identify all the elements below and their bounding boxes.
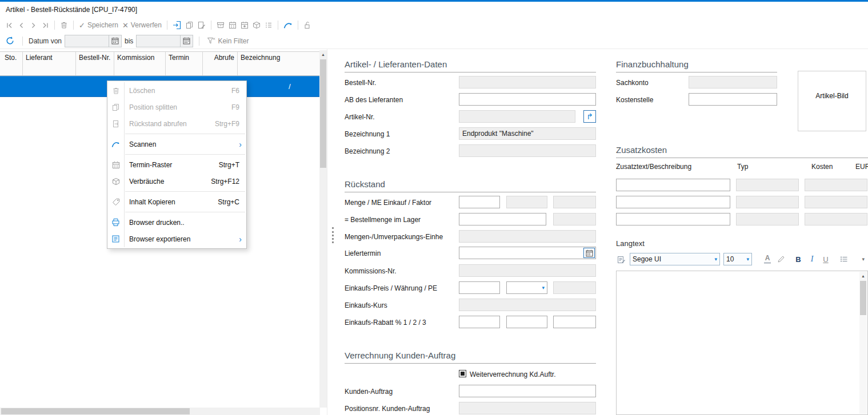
menu-item-loeschen: Löschen F6 [107, 82, 246, 99]
date-to-input[interactable] [136, 35, 181, 47]
font-size-select[interactable]: 10▾ [723, 253, 752, 265]
grid-col-sto[interactable]: Sto. [0, 52, 23, 75]
calendar-icon [111, 37, 119, 45]
artikel-bild-label: Artikel-Bild [815, 92, 848, 131]
grid-col-bestellnr[interactable]: Bestell-Nr. [76, 52, 114, 75]
ab-lieferant-input[interactable] [459, 93, 596, 106]
date-to-calendar-button[interactable] [181, 35, 193, 47]
ab-lieferant-label: AB des Lieferanten [345, 96, 403, 104]
menu-item-label: Verbräuche [129, 178, 211, 186]
rabatt2-input[interactable] [506, 316, 547, 328]
scroll-up-arrow-icon[interactable]: ▲ [319, 50, 327, 58]
rabatt1-input[interactable] [459, 316, 500, 328]
first-record-button[interactable] [3, 19, 15, 31]
menu-item-inhalt-kopieren[interactable]: Inhalt Kopieren Strg+C [107, 194, 246, 210]
menu-item-label: Termin-Raster [129, 161, 219, 169]
pencil-icon [777, 255, 785, 263]
section-rule [345, 363, 596, 364]
filter-toolbar: Datum von bis Kein Filter [0, 33, 868, 49]
menu-item-termin-raster[interactable]: Termin-Raster Strg+T [107, 156, 246, 173]
menu-item-shortcut: Strg+F9 [215, 120, 239, 128]
grid-vertical-scrollbar[interactable]: ▲ [319, 50, 327, 408]
kundenauftrag-input[interactable] [459, 385, 596, 397]
scrollbar-thumb[interactable] [860, 281, 866, 315]
preis-input[interactable] [459, 281, 500, 294]
goto-artikel-button[interactable]: ↱ [583, 110, 596, 123]
bullet-list-button[interactable] [839, 253, 849, 265]
einheit-input [459, 230, 596, 243]
copy-pages-icon [186, 21, 194, 29]
scrollbar-thumb[interactable] [1, 408, 190, 414]
liefertermin-input[interactable] [459, 247, 596, 259]
font-family-value: Segoe UI [633, 255, 661, 263]
italic-button[interactable]: I [807, 253, 817, 265]
prev-record-button[interactable] [15, 19, 27, 31]
next-record-button[interactable] [27, 19, 39, 31]
menge-input[interactable] [459, 196, 500, 208]
scan-button[interactable] [282, 19, 294, 31]
delete-button[interactable] [58, 19, 70, 31]
langtext-scrollbar[interactable]: ▲ [859, 272, 867, 414]
bestellmenge-input[interactable] [459, 213, 546, 225]
pe-input [553, 281, 596, 294]
grid-col-termin[interactable]: Termin [166, 52, 203, 75]
zusatz-text-input-1[interactable] [616, 179, 730, 191]
bold-button[interactable]: B [793, 253, 803, 265]
highlight-button[interactable] [776, 253, 786, 265]
rabatt-label: Einkaufs-Rabatt % 1 / 2 / 3 [345, 319, 426, 327]
toolbar-separator [54, 21, 55, 30]
rabatt3-input[interactable] [553, 316, 596, 328]
no-filter-button[interactable]: Kein Filter [205, 35, 250, 47]
menu-item-scannen[interactable]: Scannen › [107, 136, 246, 152]
grid-col-bezeichnung[interactable]: Bezeichnung [238, 52, 320, 75]
document-edit-icon [617, 255, 626, 264]
waehrung-select[interactable]: ▾ [506, 281, 547, 294]
menu-item-shortcut: Strg+F12 [211, 178, 239, 186]
langtext-textarea[interactable]: ▲ [616, 271, 868, 415]
weiterverrechnung-checkbox[interactable] [459, 370, 466, 377]
calendar-icon [183, 37, 190, 45]
zusatz-text-input-2[interactable] [616, 196, 730, 208]
date-from-input[interactable] [65, 35, 109, 47]
grid-col-lieferant[interactable]: Lieferant [23, 52, 76, 75]
zusatz-text-input-3[interactable] [616, 213, 730, 225]
menu-item-rueckstand-abrufen: Rückstand abrufen Strg+F9 [107, 115, 246, 132]
underline-button[interactable]: U [821, 253, 831, 265]
date-to-group [136, 35, 193, 47]
grid-horizontal-scrollbar[interactable] [0, 408, 320, 415]
archive-button[interactable] [215, 19, 226, 31]
edit-note-button[interactable] [616, 253, 626, 265]
liefertermin-calendar-button[interactable] [583, 248, 595, 258]
scrollbar-thumb[interactable] [320, 59, 326, 168]
calendar-add-button[interactable] [239, 19, 250, 31]
discard-button[interactable]: ✕Verwerfen [121, 19, 163, 31]
grid-col-kommission[interactable]: Kommission [114, 52, 166, 75]
menu-item-browser-exportieren[interactable]: Browser exportieren › [107, 231, 246, 247]
kostenstelle-input[interactable] [689, 93, 777, 106]
post-button[interactable] [171, 19, 183, 31]
lock-button[interactable] [302, 19, 313, 31]
menge-label: Menge / ME Einkauf / Faktor [345, 199, 431, 207]
menu-separator [125, 212, 245, 212]
zusatz-kosten-input-3 [805, 213, 867, 225]
scroll-up-arrow-icon[interactable]: ▲ [859, 272, 867, 280]
list-button[interactable] [263, 19, 274, 31]
menu-item-browser-drucken[interactable]: Browser drucken.. [107, 214, 246, 231]
save-button[interactable]: ✓Speichern [77, 19, 120, 31]
font-color-button[interactable]: A [762, 253, 773, 265]
calendar-button[interactable] [227, 19, 238, 31]
kurs-label: Einkaufs-Kurs [345, 301, 387, 309]
last-record-button[interactable] [39, 19, 51, 31]
menu-item-verbraeuche[interactable]: Verbräuche Strg+F12 [107, 173, 246, 190]
copy-pages-button[interactable] [184, 19, 195, 31]
grid-col-abrufe[interactable]: Abrufe [203, 52, 238, 75]
date-from-calendar-button[interactable] [109, 35, 122, 47]
dropdown-arrow-icon: ▾ [714, 257, 717, 262]
font-family-select[interactable]: Segoe UI▾ [630, 253, 720, 265]
stock-button[interactable] [251, 19, 262, 31]
panel-splitter-handle[interactable] [332, 227, 334, 243]
zusatz-header-eur: EUR [855, 163, 868, 171]
toolbar-more-chevron-icon[interactable]: ▾ [862, 256, 865, 262]
edit-document-button[interactable] [196, 19, 207, 31]
refresh-button[interactable] [3, 35, 17, 47]
